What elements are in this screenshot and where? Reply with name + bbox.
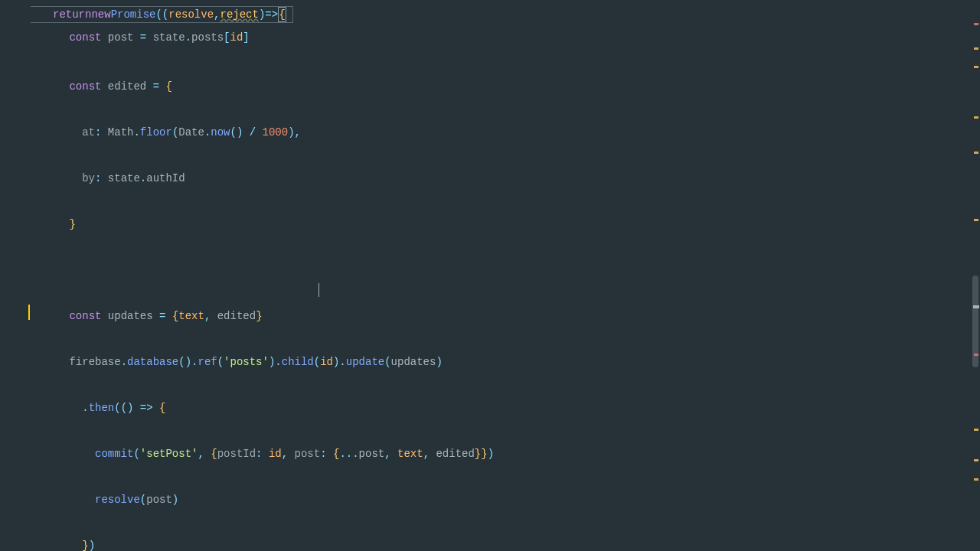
gutter [0, 0, 31, 551]
code-line[interactable]: .then(() => { [31, 396, 980, 419]
code-line[interactable]: const edited = { [31, 75, 980, 98]
promise-class: Promise [111, 3, 156, 26]
code-line[interactable]: }) [31, 534, 980, 551]
ruler-marker [974, 459, 978, 461]
code-body[interactable]: const post = state.posts[id] const edite… [0, 3, 980, 551]
text-cursor [318, 283, 319, 297]
kw-return: return [53, 3, 91, 26]
ruler-marker [974, 47, 978, 50]
ruler-marker [973, 305, 979, 308]
ruler-marker [974, 116, 978, 119]
ruler-marker [974, 23, 978, 25]
ruler-marker [974, 429, 978, 431]
ruler-marker [974, 354, 978, 356]
unused-param: reject [220, 3, 258, 26]
ruler-marker [974, 66, 978, 68]
brace-match: { [278, 7, 286, 22]
code-line[interactable]: at: Math.floor(Date.now() / 1000), [31, 121, 980, 144]
signature-hint: return new Promise((resolve, reject) => … [0, 6, 293, 23]
code-line[interactable]: by: state.authId [31, 167, 980, 190]
ruler-marker [974, 478, 978, 481]
cursor-line-marker [28, 305, 30, 320]
code-line[interactable]: const updates = {text, edited} [31, 305, 980, 328]
kw-new: new [91, 3, 110, 26]
ruler-marker [974, 219, 978, 221]
code-line[interactable]: resolve(post) [31, 488, 980, 511]
overview-ruler[interactable] [972, 0, 980, 551]
code-line[interactable]: commit('setPost', {postId: id, post: {..… [31, 442, 980, 465]
code-line[interactable]: const post = state.posts[id] [31, 26, 980, 52]
code-line[interactable]: } [31, 213, 980, 236]
ruler-marker [974, 152, 978, 154]
code-line[interactable]: firebase.database().ref('posts').child(i… [31, 350, 980, 373]
blank-line[interactable] [31, 259, 980, 282]
code-editor[interactable]: return new Promise((resolve, reject) => … [0, 0, 980, 551]
